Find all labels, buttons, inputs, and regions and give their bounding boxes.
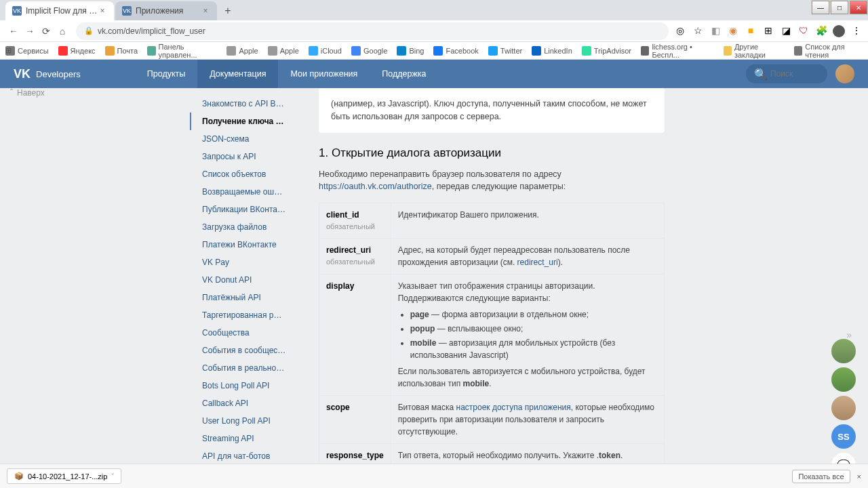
- bookmark[interactable]: lichess.org • Беспл...: [641, 43, 714, 59]
- search-box[interactable]: 🔍: [746, 64, 827, 83]
- maximize-button[interactable]: □: [831, 1, 848, 14]
- ext-icon[interactable]: ◪: [780, 25, 792, 37]
- table-row: redirect_uriобязательныйАдрес, на которы…: [319, 238, 665, 274]
- menu-icon[interactable]: ⋮: [850, 25, 863, 37]
- back-button[interactable]: ←: [5, 23, 22, 39]
- sidebar-item[interactable]: User Long Poll API: [190, 412, 298, 430]
- close-icon[interactable]: ×: [98, 6, 107, 16]
- bookmark[interactable]: Apple: [268, 46, 299, 56]
- sidebar-item[interactable]: Публикации ВКонтакте: [190, 201, 298, 218]
- close-icon[interactable]: ×: [857, 472, 861, 481]
- tab-strip: VK Implicit Flow для получения кл… × VK …: [0, 0, 868, 20]
- minimize-button[interactable]: —: [812, 1, 829, 14]
- bookmark[interactable]: TripAdvisor: [582, 46, 631, 56]
- sidebar-item[interactable]: Платежи ВКонтакте: [190, 236, 298, 253]
- zip-icon: 📦: [14, 472, 24, 481]
- url-input[interactable]: 🔒 vk.com/dev/implicit_flow_user: [76, 22, 669, 40]
- apps-button[interactable]: ⊞Сервисы: [5, 46, 49, 56]
- sidebar-item[interactable]: Платёжный API: [190, 289, 298, 306]
- table-row: scopeБитовая маска настроек доступа прил…: [319, 395, 665, 443]
- back-to-top[interactable]: ˆ Наверх: [10, 88, 45, 98]
- user-avatar[interactable]: [835, 64, 854, 83]
- ext-icon[interactable]: 🛡: [797, 25, 810, 37]
- lock-icon: 🔒: [84, 26, 94, 35]
- bookmark[interactable]: Apple: [226, 46, 258, 56]
- tab-title: Implicit Flow для получения кл…: [26, 6, 98, 16]
- chat-avatar[interactable]: [831, 396, 856, 420]
- ext-icon[interactable]: ◧: [709, 25, 722, 37]
- nav-docs[interactable]: Документация: [197, 60, 278, 88]
- sidebar-item[interactable]: Streaming API: [190, 430, 298, 447]
- browser-tab[interactable]: VK Приложения ×: [115, 1, 217, 20]
- bookmark[interactable]: Яндекс: [58, 46, 96, 56]
- sidebar-item[interactable]: Callback API: [190, 394, 298, 412]
- search-icon: 🔍: [754, 68, 768, 81]
- chat-avatar[interactable]: [831, 339, 856, 363]
- show-all-button[interactable]: Показать все: [792, 470, 850, 483]
- vk-icon: VK: [122, 6, 132, 16]
- bookmark[interactable]: Почта: [105, 46, 138, 56]
- bookmark[interactable]: Bing: [397, 46, 424, 56]
- tab-title: Приложения: [136, 6, 201, 16]
- ext-icon[interactable]: 🧩: [815, 25, 827, 37]
- reload-button[interactable]: ⟳: [38, 23, 54, 39]
- chat-widgets: SS 💬: [831, 339, 856, 477]
- sidebar-item[interactable]: VK Pay: [190, 253, 298, 271]
- nav-support[interactable]: Поддержка: [370, 60, 438, 88]
- vk-logo[interactable]: VK: [14, 67, 31, 81]
- new-tab-button[interactable]: +: [218, 1, 237, 20]
- sidebar-item[interactable]: Загрузка файлов: [190, 218, 298, 236]
- nav-products[interactable]: Продукты: [135, 60, 197, 88]
- url-bar: ← → ⟳ ⌂ 🔒 vk.com/dev/implicit_flow_user …: [0, 20, 868, 42]
- ext-icon[interactable]: ⊞: [762, 25, 774, 37]
- sidebar-item[interactable]: Список объектов: [190, 165, 298, 183]
- sidebar-item[interactable]: JSON-схема: [190, 130, 298, 148]
- other-bookmarks[interactable]: Другие закладки: [724, 43, 785, 59]
- chevron-down-icon[interactable]: ˇ: [111, 472, 114, 481]
- ext-icon[interactable]: ■: [745, 25, 757, 37]
- bookmark[interactable]: iCloud: [309, 46, 342, 56]
- paragraph: Необходимо перенаправить браузер пользов…: [319, 168, 665, 194]
- bookmark[interactable]: LinkedIn: [532, 46, 572, 56]
- ext-icon[interactable]: ◎: [674, 25, 686, 37]
- params-table: client_idобязательныйИдентификатор Вашег…: [319, 203, 665, 488]
- vk-dev-label: Developers: [36, 69, 81, 79]
- close-icon[interactable]: ×: [201, 6, 210, 16]
- sidebar-item[interactable]: Таргетированная рекла...: [190, 306, 298, 324]
- star-icon[interactable]: ☆: [692, 25, 704, 37]
- sidebar-item[interactable]: Знакомство с API ВКонт...: [190, 95, 298, 113]
- vk-icon: VK: [12, 6, 22, 16]
- sidebar-item[interactable]: События в реальном вр...: [190, 359, 298, 377]
- sidebar-item[interactable]: События в сообществах: [190, 342, 298, 359]
- sidebar-item[interactable]: Сообщества: [190, 324, 298, 342]
- table-row: client_idобязательныйИдентификатор Вашег…: [319, 203, 665, 239]
- sidebar-item[interactable]: VK Donut API: [190, 271, 298, 289]
- forward-button[interactable]: →: [22, 23, 38, 39]
- search-input[interactable]: [770, 69, 825, 79]
- close-button[interactable]: ✕: [850, 1, 867, 14]
- chat-avatar[interactable]: SS: [831, 424, 856, 449]
- bookmark[interactable]: Twitter: [488, 46, 522, 56]
- sidebar-item[interactable]: Возвращаемые ошибки: [190, 183, 298, 201]
- chat-avatar[interactable]: [831, 367, 856, 392]
- sidebar-item[interactable]: Получение ключа доступа: [190, 113, 298, 130]
- main-content: (например, из Javascript). Ключ доступа,…: [298, 88, 678, 488]
- ext-icon[interactable]: ◉: [727, 25, 739, 37]
- authorize-link[interactable]: https://oauth.vk.com/authorize: [319, 182, 432, 191]
- url-text: vk.com/dev/implicit_flow_user: [98, 26, 205, 36]
- sidebar-item[interactable]: Bots Long Poll API: [190, 377, 298, 394]
- browser-tab-active[interactable]: VK Implicit Flow для получения кл… ×: [5, 1, 114, 20]
- sidebar-item[interactable]: API для чат-ботов: [190, 447, 298, 465]
- bookmark[interactable]: Google: [351, 46, 387, 56]
- bookmark-bar: ⊞Сервисы Яндекс Почта Панель управлен...…: [0, 42, 868, 60]
- reading-list[interactable]: Список для чтения: [794, 43, 863, 59]
- avatar-icon[interactable]: [833, 25, 845, 37]
- extension-icons: ◎ ☆ ◧ ◉ ■ ⊞ ◪ 🛡 🧩 ⋮: [674, 25, 863, 37]
- nav-myapps[interactable]: Мои приложения: [278, 60, 370, 88]
- bookmark[interactable]: Панель управлен...: [147, 43, 217, 59]
- home-button[interactable]: ⌂: [54, 23, 71, 39]
- intro-box: (например, из Javascript). Ключ доступа,…: [319, 88, 665, 133]
- sidebar-item[interactable]: Запросы к API: [190, 148, 298, 165]
- bookmark[interactable]: Facebook: [433, 46, 478, 56]
- download-item[interactable]: 📦 04-10-2021_12-17-...zip ˇ: [7, 468, 121, 484]
